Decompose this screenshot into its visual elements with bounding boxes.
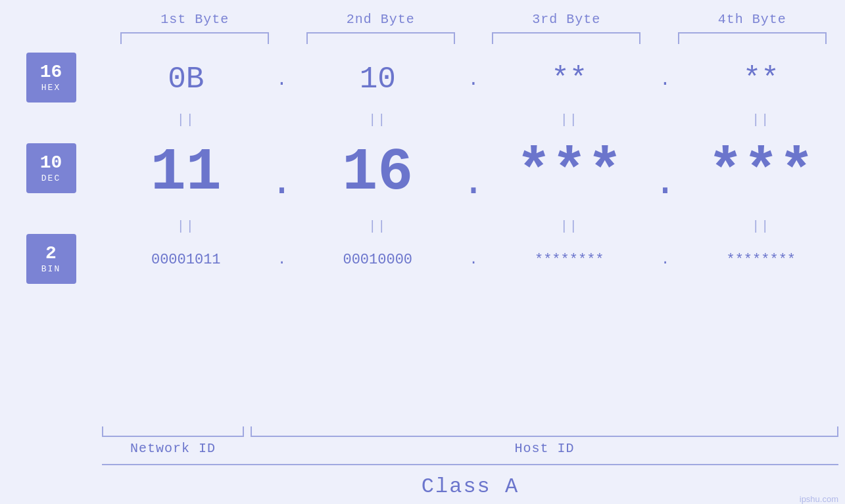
network-id-bracket [102, 426, 244, 437]
bin-val-3: ******** [535, 252, 604, 268]
byte-header-row: 1st Byte 2nd Byte 3rd Byte 4th Byte [102, 12, 845, 45]
byte-col-1: 1st Byte [102, 12, 288, 45]
hex-dot-3: . [654, 70, 677, 90]
hex-badge-label: HEX [41, 83, 60, 93]
eq-sym-1a: || [177, 112, 195, 127]
dec-dot-1: . [270, 141, 294, 205]
class-footer: Class A ipshu.com [102, 464, 838, 504]
bin-dot-3: . [654, 252, 677, 268]
network-id-label: Network ID [130, 441, 216, 456]
hex-val-1: 0B [168, 62, 204, 97]
bin-value-row: 00001011 . 00010000 . ******** . *******… [102, 237, 845, 283]
side-badges-column: 16 HEX 10 DEC 2 BIN [0, 0, 102, 426]
hex-val-2: 10 [360, 62, 396, 97]
bottom-brackets-container: Network ID Host ID [102, 426, 845, 456]
dec-val-2: 16 [342, 139, 413, 206]
dec-cell-4: *** [677, 139, 846, 206]
host-id-wrap: Host ID [244, 426, 845, 456]
hex-badge: 16 HEX [26, 53, 76, 103]
columns-section: 1st Byte 2nd Byte 3rd Byte 4th Byte [102, 0, 845, 426]
watermark: ipshu.com [800, 494, 838, 504]
bin-dot-2: . [462, 252, 485, 268]
hex-cell-3: ** [485, 62, 654, 97]
byte-col-4: 4th Byte [660, 12, 846, 45]
eq-sym-2a: || [368, 112, 387, 127]
dec-dot-3: . [654, 141, 677, 205]
byte-header-4: 4th Byte [718, 12, 786, 27]
eq-sym-3b: || [560, 219, 579, 234]
class-a-label: Class A [422, 474, 519, 499]
hex-cell-2: 10 [294, 62, 462, 97]
byte-header-3: 3rd Byte [532, 12, 600, 27]
hex-cell-4: ** [677, 62, 846, 97]
host-id-bracket [251, 426, 838, 437]
hex-val-4: ** [743, 62, 779, 97]
bottom-section: Network ID Host ID Class A ipshu.com [0, 426, 845, 504]
eq-sym-4b: || [752, 219, 770, 234]
host-id-label: Host ID [514, 441, 574, 456]
hex-val-3: ** [551, 62, 587, 97]
eq-sym-2b: || [368, 219, 387, 234]
dec-val-3: *** [516, 139, 623, 206]
bin-badge-label: BIN [41, 264, 60, 274]
bin-cell-3: ******** [485, 252, 654, 268]
hex-dot-2: . [462, 70, 485, 90]
bin-cell-4: ******** [677, 252, 846, 268]
dec-cell-2: 16 [294, 139, 462, 206]
byte-col-2: 2nd Byte [288, 12, 474, 45]
hex-badge-num: 16 [40, 62, 62, 83]
eq-sym-3a: || [560, 112, 579, 127]
eq-cell-2b: || [294, 219, 462, 234]
byte-header-1: 1st Byte [160, 12, 229, 27]
top-bracket-1 [120, 32, 269, 44]
eq-cell-3b: || [485, 219, 654, 234]
bin-badge-num: 2 [45, 244, 57, 264]
byte-header-2: 2nd Byte [347, 12, 415, 27]
eq-cell-2a: || [294, 112, 462, 127]
top-bracket-3 [492, 32, 640, 44]
eq-row-dec-bin: || || || || [102, 216, 845, 237]
dec-cell-3: *** [485, 139, 654, 206]
top-bracket-4 [678, 32, 827, 44]
bin-dot-1: . [270, 252, 294, 268]
top-section: 16 HEX 10 DEC 2 BIN 1st Byte 2nd Byt [0, 0, 845, 426]
dec-dot-2: . [462, 141, 485, 205]
bin-val-2: 00010000 [343, 252, 412, 268]
dec-value-row: 11 . 16 . *** . *** [102, 130, 845, 216]
bin-val-1: 00001011 [151, 252, 221, 268]
dec-badge-label: DEC [41, 173, 60, 183]
eq-cell-1b: || [102, 219, 270, 234]
dec-cell-1: 11 [102, 139, 270, 206]
eq-row-hex-dec: || || || || [102, 109, 845, 130]
dec-val-4: *** [708, 139, 814, 206]
eq-cell-1a: || [102, 112, 270, 127]
eq-cell-4a: || [677, 112, 846, 127]
top-bracket-2 [306, 32, 455, 44]
dec-val-1: 11 [151, 139, 222, 206]
bin-cell-1: 00001011 [102, 252, 270, 268]
hex-dot-1: . [270, 70, 294, 90]
bin-cell-2: 00010000 [294, 252, 462, 268]
hex-cell-1: 0B [102, 62, 270, 97]
eq-cell-3a: || [485, 112, 654, 127]
network-id-wrap: Network ID [102, 426, 244, 456]
eq-sym-1b: || [177, 219, 195, 234]
main-layout: 16 HEX 10 DEC 2 BIN 1st Byte 2nd Byt [0, 0, 845, 504]
eq-cell-4b: || [677, 219, 846, 234]
bin-badge: 2 BIN [26, 234, 76, 284]
bin-val-4: ******** [726, 252, 796, 268]
dec-badge: 10 DEC [26, 143, 76, 193]
hex-value-row: 0B . 10 . ** . ** [102, 50, 845, 109]
byte-col-3: 3rd Byte [473, 12, 660, 45]
eq-sym-4a: || [752, 112, 770, 127]
dec-badge-num: 10 [40, 153, 62, 173]
